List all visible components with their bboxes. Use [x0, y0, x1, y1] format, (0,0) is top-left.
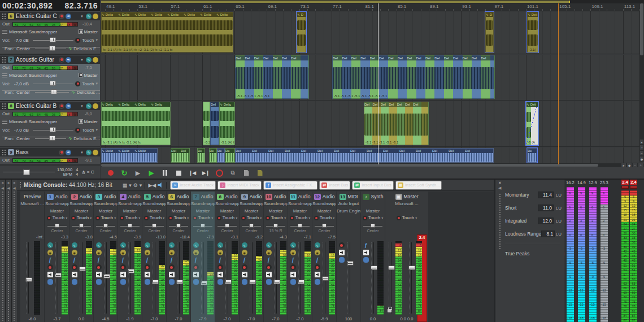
peak-value-label[interactable]: -10.4	[175, 234, 190, 240]
gain-icon[interactable]	[217, 250, 223, 255]
channel-output-label[interactable]: Master	[240, 208, 263, 214]
pan-handle[interactable]	[79, 224, 84, 228]
lock-icon[interactable]	[388, 309, 391, 312]
dropdown-icon[interactable]: ▾	[95, 128, 98, 132]
mixer-strip-9[interactable]: 9AudioSoundmapperMasterTouch▾Center-9.26…	[240, 192, 263, 322]
peak-value-label[interactable]: -3.8	[78, 234, 93, 240]
drag-handle-icon[interactable]	[7, 191, 10, 321]
volume-fader[interactable]	[200, 241, 207, 315]
draw-tool-button[interactable]	[254, 168, 266, 177]
pan-slider[interactable]	[35, 89, 69, 95]
channel-device-label[interactable]: Soundmapper	[288, 201, 312, 206]
audio-event[interactable]: Del	[210, 102, 219, 145]
track-number-badge[interactable]: 6	[8, 13, 14, 19]
fader-handle[interactable]	[347, 261, 354, 266]
master-bus-selector[interactable]: Master	[79, 73, 98, 78]
mute-icon[interactable]	[242, 272, 247, 277]
pan-handle[interactable]	[152, 224, 156, 228]
channel-number-badge[interactable]: 6	[168, 194, 175, 200]
record-loop-button[interactable]	[214, 168, 225, 177]
audio-event[interactable]: ∿ Deli-3.1(	[527, 12, 538, 53]
mute-icon[interactable]	[66, 57, 71, 63]
channel-output-label[interactable]: Drum Engine	[337, 208, 360, 214]
phase-invert-icon[interactable]	[120, 242, 126, 248]
channel-device-label[interactable]: Soundmapper	[45, 201, 69, 206]
properties-gear-icon[interactable]: ⚙	[133, 182, 138, 188]
fx-icon[interactable]	[96, 257, 102, 263]
record-arm-icon[interactable]	[339, 242, 345, 248]
fx-chain-label[interactable]: Delicious ...	[77, 90, 100, 95]
stop-button[interactable]	[173, 168, 184, 177]
channel-number-badge[interactable]: 5	[144, 194, 151, 200]
master-bus-selector[interactable]: Master	[79, 29, 98, 34]
pan-slider[interactable]	[217, 224, 237, 228]
channel-output-label[interactable]: Master	[142, 208, 166, 214]
project-key[interactable]: ⋔ = C	[81, 170, 94, 175]
phase-invert-icon[interactable]	[72, 242, 77, 248]
pan-handle[interactable]	[249, 224, 254, 228]
fx-chain-icon[interactable]: ∿	[68, 46, 72, 51]
track-number-badge[interactable]: 7	[8, 56, 14, 63]
phase-invert-icon[interactable]	[242, 242, 247, 248]
automation-mode-button[interactable]: Touch▾	[312, 215, 336, 220]
fx-icon[interactable]	[72, 150, 78, 155]
automation-mode-button[interactable]: Touch▾	[94, 215, 118, 220]
close-icon[interactable]: ✕	[1, 181, 4, 185]
audio-event[interactable]: DelDelDelDelDelDelDelDelDelDelDelDelDelD…	[235, 148, 494, 163]
pan-slider[interactable]	[290, 224, 310, 228]
gear-dropdown-icon[interactable]: ▾	[140, 182, 142, 188]
channel-device-label[interactable]: Soundmapper	[118, 201, 142, 206]
event-tool-button[interactable]	[241, 168, 252, 177]
close-icon[interactable]: ✕	[498, 181, 502, 185]
track-number-badge[interactable]: 9	[8, 149, 14, 155]
fader-handle[interactable]	[388, 266, 395, 270]
automation-mode-button[interactable]: Touch▾	[264, 215, 288, 220]
audio-event[interactable]: DelDelDelDelDelDelDel-5.1 -5.1 -5.1 -5.1…	[235, 55, 309, 99]
fader-handle[interactable]	[408, 266, 415, 270]
automation-touch-icon[interactable]	[75, 81, 80, 86]
fader-handle[interactable]	[79, 267, 86, 271]
pan-handle[interactable]	[298, 224, 302, 228]
peak-value-label[interactable]: -Inf.	[29, 234, 43, 240]
fit-tracks-icon[interactable]: ◆	[639, 156, 644, 162]
gain-icon[interactable]	[96, 250, 102, 255]
phase-invert-icon[interactable]	[217, 242, 223, 248]
channel-number-badge[interactable]: ♪	[363, 194, 369, 200]
pan-slider[interactable]	[363, 224, 382, 228]
channel-output-label[interactable]: Master	[215, 208, 239, 214]
mute-icon[interactable]	[315, 272, 320, 277]
peak-value-label[interactable]: -13.0	[151, 234, 166, 240]
phase-invert-icon[interactable]	[169, 242, 175, 248]
drag-handle-icon[interactable]	[2, 103, 6, 109]
peak-value-label[interactable]: -3.3	[54, 234, 68, 240]
record-arm-icon[interactable]	[59, 150, 64, 155]
channel-output-label[interactable]: Master	[312, 208, 336, 214]
channel-device-label[interactable]: Soundmapper	[215, 201, 239, 206]
volume-slider-handle[interactable]	[50, 127, 56, 132]
phase-invert-icon[interactable]	[47, 242, 53, 248]
channel-output-label[interactable]: Master	[45, 208, 69, 214]
volume-slider[interactable]	[33, 37, 73, 43]
insert-soft-synth-button[interactable]: ▦Insert Soft Synth...	[395, 181, 442, 190]
track-header-1[interactable]: 6Electric Guitar C▾Out81726354453627189-…	[0, 11, 100, 55]
fader-handle[interactable]	[176, 280, 183, 284]
channel-number-badge[interactable]: 1	[47, 194, 54, 200]
insert-bus-button[interactable]: ⇄Insert Bus	[319, 181, 350, 190]
phase-invert-icon[interactable]	[315, 242, 320, 248]
record-arm-icon[interactable]	[193, 264, 199, 270]
automation-mode-button[interactable]: Touch▾	[288, 215, 312, 220]
gain-icon[interactable]	[120, 250, 126, 255]
audio-event[interactable]: DelDelDelDelDelDelDelDelDelDelDelDelDelD…	[332, 55, 495, 99]
channel-device-label[interactable]: Soundmapper	[264, 201, 288, 206]
channel-device-label[interactable]: Soundmapper	[94, 201, 118, 206]
fx-chain-icon[interactable]: ∿	[68, 136, 72, 141]
mute-icon[interactable]	[363, 250, 369, 255]
peak-value-label[interactable]: -3.9	[127, 234, 141, 240]
peak-value-label[interactable]: -7.9	[199, 234, 214, 240]
audio-event[interactable]: De	[209, 148, 217, 163]
mixer-strip-2[interactable]: 2AudioSoundmapperMasterTouch▾Center-3.86…	[69, 192, 93, 322]
collapse-icon[interactable]: ◀	[7, 186, 10, 190]
insert-assignable-fx-button[interactable]: ƒInsert Assignable FX...	[263, 181, 317, 190]
fx-icon[interactable]	[363, 242, 369, 248]
automation-mode-button[interactable]: Touch▾	[191, 215, 215, 220]
